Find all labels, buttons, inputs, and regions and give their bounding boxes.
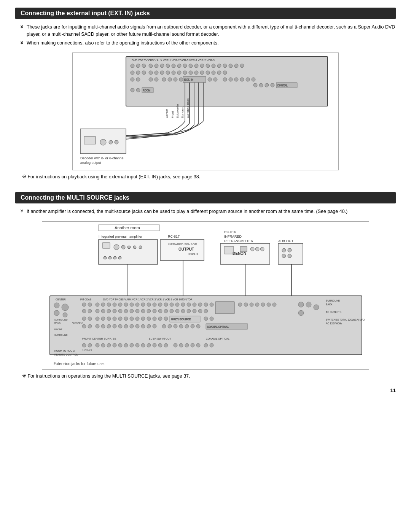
svg-point-200 (153, 317, 156, 321)
svg-point-156 (96, 309, 99, 313)
svg-point-232 (101, 343, 105, 347)
svg-point-14 (200, 64, 204, 68)
svg-point-51 (223, 78, 227, 81)
svg-point-132 (88, 303, 92, 306)
svg-point-209 (96, 324, 99, 328)
svg-point-241 (153, 343, 156, 347)
svg-point-197 (135, 317, 139, 321)
svg-point-184 (298, 302, 304, 307)
svg-point-60 (271, 83, 274, 87)
svg-point-117 (288, 248, 292, 252)
svg-point-182 (267, 303, 271, 306)
svg-text:DENON: DENON (233, 251, 246, 256)
svg-point-148 (181, 303, 185, 306)
svg-point-166 (153, 309, 156, 313)
svg-point-112 (260, 247, 264, 251)
svg-point-163 (135, 309, 139, 313)
svg-point-11 (183, 64, 187, 68)
svg-point-223 (179, 324, 183, 328)
svg-point-8 (166, 64, 170, 68)
svg-rect-88 (102, 243, 110, 248)
svg-point-39 (131, 78, 134, 81)
svg-point-138 (124, 303, 128, 306)
svg-point-191 (101, 317, 105, 321)
section1-diagram: DVD YDP TV CBS V.AUX VCR-1 VCR-2 VCR-3 V… (72, 52, 339, 170)
svg-point-5 (149, 64, 153, 68)
svg-point-193 (113, 317, 116, 321)
svg-point-110 (250, 247, 254, 251)
svg-point-236 (124, 343, 128, 347)
svg-point-192 (107, 317, 111, 321)
svg-point-96 (113, 256, 116, 259)
svg-point-49 (208, 78, 212, 81)
svg-point-52 (229, 78, 233, 81)
svg-point-186 (298, 310, 304, 316)
svg-text:INPUT: INPUT (188, 252, 199, 256)
svg-point-249 (204, 343, 208, 347)
svg-point-19 (229, 64, 233, 68)
svg-point-152 (204, 303, 208, 306)
svg-point-58 (259, 83, 263, 87)
svg-point-35 (206, 71, 210, 75)
svg-point-143 (153, 303, 156, 306)
svg-point-129 (62, 304, 68, 311)
svg-point-177 (238, 303, 242, 306)
svg-point-231 (96, 343, 99, 347)
svg-point-41 (149, 78, 153, 81)
svg-point-15 (206, 64, 210, 68)
svg-point-30 (177, 71, 181, 75)
svg-point-250 (210, 343, 213, 347)
svg-point-128 (54, 310, 59, 316)
extension-label: Extension jacks for future use. (54, 360, 105, 366)
svg-point-141 (141, 303, 145, 306)
svg-point-37 (217, 71, 221, 75)
svg-point-22 (131, 71, 134, 75)
svg-text:BL  BR  SW  IN  OUT: BL BR SW IN OUT (149, 337, 172, 340)
svg-point-131 (82, 303, 86, 306)
svg-point-91 (127, 246, 131, 249)
svg-point-239 (141, 343, 145, 347)
section2-note: For instructions on operations using the… (22, 373, 396, 380)
svg-point-38 (223, 71, 227, 75)
svg-point-210 (101, 324, 105, 328)
svg-point-2 (131, 64, 134, 68)
svg-text:INFRARED: INFRARED (224, 235, 242, 238)
svg-point-164 (141, 309, 145, 313)
svg-point-147 (175, 303, 179, 306)
svg-point-23 (136, 71, 140, 75)
svg-point-180 (255, 303, 259, 306)
svg-point-247 (191, 343, 194, 347)
svg-point-206 (210, 317, 213, 321)
svg-text:SURROUND: SURROUND (326, 299, 340, 302)
svg-point-216 (135, 324, 139, 328)
diagram1-svg: DVD YDP TV CBS V.AUX VCR-1 VCR-2 VCR-3 V… (73, 53, 339, 171)
svg-point-25 (149, 71, 153, 75)
svg-point-140 (135, 303, 139, 306)
svg-point-224 (185, 324, 189, 328)
svg-point-53 (234, 78, 238, 81)
svg-point-194 (118, 317, 122, 321)
svg-point-56 (252, 78, 255, 81)
svg-point-248 (196, 343, 200, 347)
svg-text:FRONT: FRONT (54, 328, 62, 330)
svg-point-230 (88, 343, 92, 347)
svg-point-195 (124, 317, 128, 321)
svg-text:Surround back: Surround back (186, 98, 190, 118)
svg-point-169 (170, 309, 174, 313)
svg-point-220 (162, 324, 166, 328)
svg-text:1    2    3    4    5: 1 2 3 4 5 (82, 349, 92, 351)
svg-point-175 (204, 309, 208, 313)
svg-point-54 (240, 78, 244, 81)
svg-text:RETRANSMITTER: RETRANSMITTER (224, 239, 253, 243)
svg-point-154 (82, 309, 86, 313)
svg-point-145 (164, 303, 168, 306)
svg-point-46 (179, 78, 183, 81)
svg-point-243 (164, 343, 168, 347)
svg-point-211 (107, 324, 111, 328)
svg-text:BACK: BACK (54, 322, 61, 324)
svg-point-118 (288, 254, 292, 258)
svg-text:Integrated pre-main amplifier: Integrated pre-main amplifier (99, 235, 142, 238)
svg-text:AUX OUT: AUX OUT (278, 239, 294, 243)
svg-point-189 (88, 317, 92, 321)
svg-text:RC-616: RC-616 (224, 230, 236, 234)
